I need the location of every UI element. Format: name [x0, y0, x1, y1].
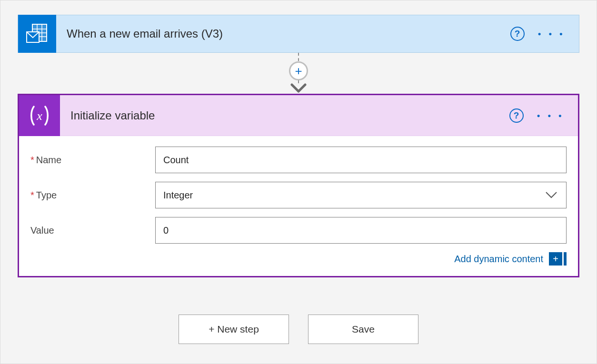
trigger-card[interactable]: When a new email arrives (V3) ? ● ● ●: [18, 15, 579, 53]
more-menu-icon[interactable]: ● ● ●: [538, 31, 566, 37]
add-dynamic-content-link[interactable]: Add dynamic content: [454, 254, 543, 265]
more-menu-icon[interactable]: ● ● ●: [537, 113, 565, 118]
value-input-value: 0: [163, 225, 169, 236]
form-row-value: Value 0: [30, 217, 567, 244]
name-label: *Name: [30, 155, 155, 166]
required-icon: *: [30, 155, 34, 165]
form-row-name: *Name Count: [30, 147, 567, 173]
footer-buttons: + New step Save: [18, 315, 579, 344]
connector: +: [18, 53, 579, 94]
action-title: Initialize variable: [60, 109, 509, 122]
insert-step-button[interactable]: +: [289, 61, 308, 80]
variable-icon: x: [19, 95, 60, 136]
dynamic-content-handle[interactable]: [564, 252, 567, 266]
dynamic-content-row: Add dynamic content +: [30, 252, 567, 266]
trigger-title: When a new email arrives (V3): [56, 27, 510, 40]
value-label: Value: [30, 225, 155, 236]
help-icon[interactable]: ?: [510, 27, 525, 41]
arrow-down-icon: [290, 83, 307, 94]
form-row-type: *Type Integer: [30, 182, 567, 208]
trigger-actions: ? ● ● ●: [510, 27, 579, 41]
add-dynamic-content-plus[interactable]: +: [549, 252, 562, 266]
help-icon[interactable]: ?: [509, 108, 524, 123]
name-input-value: Count: [163, 155, 189, 166]
name-input[interactable]: Count: [155, 147, 567, 173]
save-button[interactable]: Save: [308, 315, 418, 344]
action-body: *Name Count *Type Integer: [19, 136, 578, 276]
designer-canvas: When a new email arrives (V3) ? ● ● ● + …: [0, 0, 597, 364]
action-card-initialize-variable: x Initialize variable ? ● ● ● *Name Coun…: [18, 94, 579, 277]
chevron-down-icon: [545, 191, 557, 199]
required-icon: *: [30, 190, 34, 200]
action-header[interactable]: x Initialize variable ? ● ● ●: [19, 95, 578, 136]
type-select[interactable]: Integer: [155, 182, 567, 208]
new-step-button[interactable]: + New step: [179, 315, 289, 344]
type-select-value: Integer: [163, 190, 193, 201]
type-label: *Type: [30, 190, 155, 201]
svg-text:x: x: [36, 109, 42, 123]
outlook-icon: [18, 15, 56, 53]
value-input[interactable]: 0: [155, 217, 567, 244]
action-actions: ? ● ● ●: [509, 108, 578, 123]
